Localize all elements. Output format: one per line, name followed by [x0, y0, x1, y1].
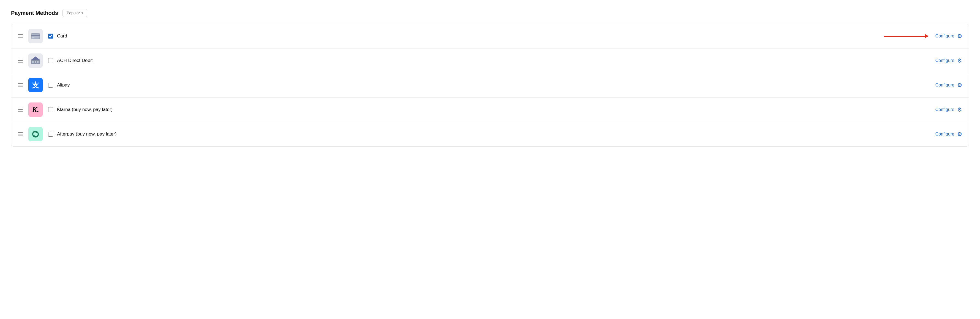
- row-actions-card: Configure ⚙: [884, 33, 962, 39]
- row-actions-alipay: Configure ⚙: [935, 82, 962, 88]
- checkbox-wrapper-ach: [48, 58, 53, 63]
- payment-row-afterpay: Afterpay (buy now, pay later) Configure …: [11, 122, 969, 146]
- configure-link-alipay[interactable]: Configure: [935, 83, 955, 88]
- checkbox-alipay[interactable]: [48, 83, 53, 88]
- page-header: Payment Methods Popular ▾: [11, 9, 969, 17]
- svg-rect-5: [32, 61, 33, 63]
- chevron-down-icon: ▾: [81, 11, 83, 15]
- svg-rect-6: [35, 61, 36, 63]
- checkbox-afterpay[interactable]: [48, 132, 53, 137]
- payment-icon-klarna: K.: [29, 102, 43, 117]
- payment-name-afterpay: Afterpay (buy now, pay later): [57, 131, 935, 137]
- gear-icon-klarna[interactable]: ⚙: [957, 106, 962, 113]
- checkbox-wrapper-klarna: [48, 107, 53, 112]
- gear-icon-ach[interactable]: ⚙: [957, 57, 962, 64]
- drag-handle-klarna[interactable]: [18, 108, 23, 112]
- row-actions-ach: Configure ⚙: [935, 57, 962, 64]
- svg-rect-2: [32, 37, 34, 38]
- drag-handle-alipay[interactable]: [18, 83, 23, 87]
- checkbox-ach[interactable]: [48, 58, 53, 63]
- page-title: Payment Methods: [11, 10, 58, 16]
- filter-label: Popular: [67, 11, 80, 15]
- arrow-annotation: [884, 36, 928, 37]
- payment-methods-list: Card Configure ⚙: [11, 24, 969, 147]
- payment-icon-card: [29, 29, 43, 43]
- drag-handle-ach[interactable]: [18, 59, 23, 62]
- row-actions-klarna: Configure ⚙: [935, 106, 962, 113]
- svg-rect-7: [37, 61, 38, 63]
- payment-name-klarna: Klarna (buy now, pay later): [57, 107, 935, 112]
- checkbox-wrapper-alipay: [48, 83, 53, 88]
- payment-name-ach: ACH Direct Debit: [57, 58, 935, 63]
- checkbox-wrapper-card: [48, 33, 53, 38]
- gear-icon-alipay[interactable]: ⚙: [957, 82, 962, 88]
- drag-handle-card[interactable]: [18, 34, 23, 38]
- svg-rect-1: [31, 35, 40, 36]
- payment-icon-ach: [29, 53, 43, 68]
- configure-link-klarna[interactable]: Configure: [935, 107, 955, 112]
- checkbox-card[interactable]: [48, 33, 53, 38]
- drag-handle-afterpay[interactable]: [18, 132, 23, 136]
- checkbox-wrapper-afterpay: [48, 132, 53, 137]
- payment-icon-alipay: 支: [29, 78, 43, 92]
- payment-row-card: Card Configure ⚙: [11, 24, 969, 48]
- row-actions-afterpay: Configure ⚙: [935, 131, 962, 137]
- filter-button[interactable]: Popular ▾: [62, 9, 87, 17]
- gear-icon-card[interactable]: ⚙: [957, 33, 962, 39]
- payment-row-alipay: 支 Alipay Configure ⚙: [11, 73, 969, 97]
- configure-link-ach[interactable]: Configure: [935, 58, 955, 63]
- payment-icon-afterpay: [29, 127, 43, 141]
- payment-name-alipay: Alipay: [57, 82, 935, 88]
- gear-icon-afterpay[interactable]: ⚙: [957, 131, 962, 137]
- payment-name-card: Card: [57, 33, 884, 39]
- arrow-line: [884, 36, 928, 37]
- payment-row-klarna: K. Klarna (buy now, pay later) Configure…: [11, 97, 969, 122]
- configure-link-afterpay[interactable]: Configure: [935, 132, 955, 137]
- configure-link-card[interactable]: Configure: [935, 33, 955, 38]
- svg-marker-4: [31, 56, 40, 60]
- payment-row-ach: ACH Direct Debit Configure ⚙: [11, 48, 969, 73]
- checkbox-klarna[interactable]: [48, 107, 53, 112]
